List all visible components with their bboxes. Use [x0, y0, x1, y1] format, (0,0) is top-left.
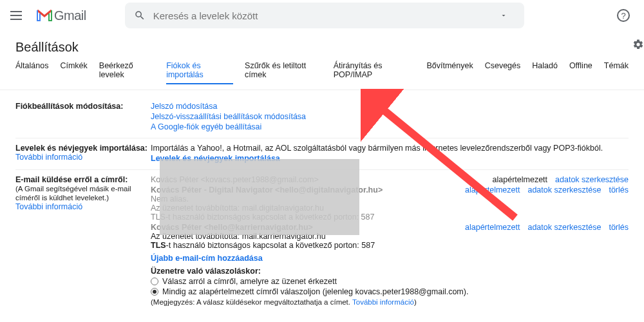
tab-halad-[interactable]: Haladó [532, 61, 558, 84]
sendas-more-link[interactable]: További információ [15, 202, 82, 211]
chevron-down-icon[interactable] [500, 12, 507, 19]
reply-default-radio[interactable]: Mindig az alapértelmezett címről válaszo… [151, 287, 629, 296]
tab--ltal-nos[interactable]: Általános [15, 61, 48, 84]
tab-offline[interactable]: Offline [569, 61, 592, 84]
tab-c-mk-k[interactable]: Címkék [60, 61, 87, 84]
gear-icon[interactable] [632, 39, 644, 50]
gmail-logo[interactable]: Gmail [36, 8, 86, 23]
tab-sz-r-k-s-letiltott-c-mek[interactable]: Szűrők és letiltott címek [245, 61, 322, 84]
tab-b-v-tm-nyek[interactable]: Bővítmények [426, 61, 473, 84]
search-input[interactable] [153, 10, 500, 21]
logo-text: Gmail [54, 8, 86, 23]
tab-be-rkez-levelek[interactable]: Beérkező levelek [99, 61, 155, 84]
settings-tabs: ÁltalánosCímkékBeérkező levelekFiókok és… [0, 61, 644, 90]
reply-title: Üzenetre való válaszoláskor: [151, 267, 261, 276]
make-default-link[interactable]: alapértelmezett [465, 223, 520, 232]
delete-link[interactable]: törlés [609, 223, 629, 232]
default-label: alapértelmezett [493, 175, 547, 184]
reply-note: (Megjegyzés: A válasz küldésekor megvált… [151, 298, 629, 306]
sendas-sub: (A Gmail segítségével másik e-mail címér… [15, 185, 131, 202]
change-password-link[interactable]: Jelszó módosítása [151, 102, 218, 111]
import-title: Levelek és névjegyek importálása: [15, 144, 147, 153]
reply-note-link[interactable]: További információ [352, 298, 414, 306]
tab--tir-ny-t-s-s-pop-imap[interactable]: Átirányítás és POP/IMAP [334, 61, 415, 84]
page-title: Beállítások [0, 31, 644, 61]
reply-same-radio[interactable]: Válasz arról a címről, amelyre az üzenet… [151, 277, 629, 286]
add-address-link[interactable]: Újabb e-mail-cím hozzáadása [151, 254, 263, 263]
google-account-link[interactable]: A Google-fiók egyéb beállításai [151, 122, 261, 131]
edit-link[interactable]: adatok szerkesztése [555, 175, 629, 184]
edit-link[interactable]: adatok szerkesztése [527, 185, 601, 194]
delete-link[interactable]: törlés [609, 185, 629, 194]
import-more-link[interactable]: További információ [15, 153, 82, 162]
help-icon[interactable]: ? [617, 9, 630, 22]
search-bar[interactable] [125, 3, 524, 28]
import-desc: Importálás a Yahoo!, a Hotmail, az AOL s… [151, 144, 629, 153]
sendas-title: E-mail küldése erről a címről: [15, 175, 128, 184]
recovery-link[interactable]: Jelszó-visszaállítási beállítások módosí… [151, 112, 306, 121]
tab-t-m-k[interactable]: Témák [604, 61, 629, 84]
tab-cseveg-s[interactable]: Csevegés [485, 61, 521, 84]
search-icon [134, 10, 146, 21]
make-default-link[interactable]: alapértelmezett [465, 185, 520, 194]
hamburger-icon[interactable] [10, 8, 26, 23]
edit-link[interactable]: adatok szerkesztése [527, 223, 601, 232]
tab-fi-kok-s-import-l-s[interactable]: Fiókok és importálás [166, 61, 233, 84]
redaction-overlay [160, 159, 359, 235]
acct-title: Fiókbeállítások módosítása: [15, 102, 123, 111]
